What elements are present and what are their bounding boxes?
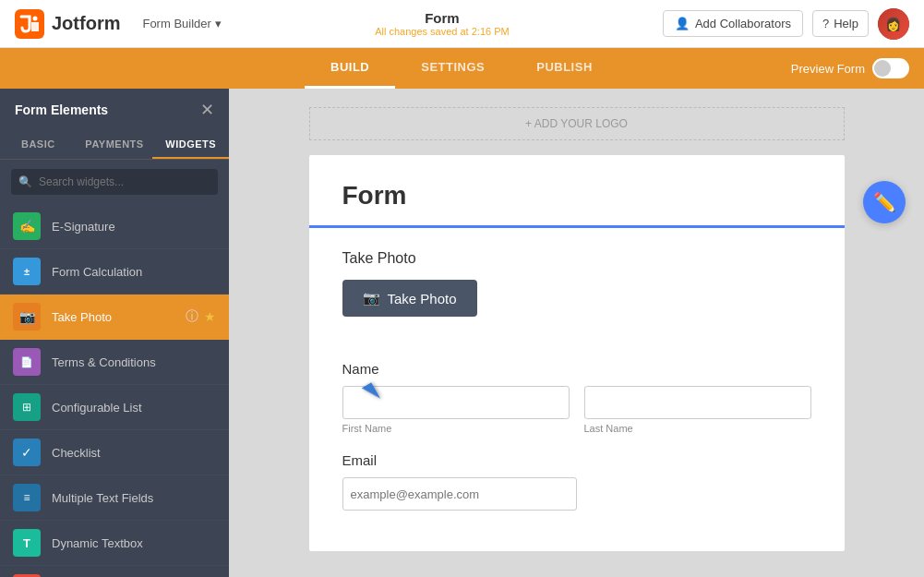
photo-actions: ⓘ ★ bbox=[186, 308, 216, 325]
widget-label-terms: Terms & Conditions bbox=[52, 355, 156, 369]
take-photo-button[interactable]: 📷 Take Photo bbox=[342, 280, 477, 317]
widget-list: ✍️ E-Signature ± Form Calculation 📷 Take… bbox=[0, 204, 229, 577]
nav-bar: BUILD SETTINGS PUBLISH Preview Form bbox=[0, 48, 924, 89]
widget-label-check: Checklist bbox=[52, 446, 101, 460]
search-box: 🔍 bbox=[0, 160, 229, 204]
form-builder-button[interactable]: Form Builder ▾ bbox=[142, 17, 221, 30]
form-body: Name First Name Last Name Emai bbox=[309, 339, 845, 551]
take-photo-section: Take Photo 📷 Take Photo bbox=[309, 225, 845, 339]
widget-item-terms[interactable]: 📄 Terms & Conditions bbox=[0, 340, 229, 385]
tab-payments[interactable]: PAYMENTS bbox=[77, 131, 153, 159]
sidebar-close-button[interactable]: ✕ bbox=[200, 100, 214, 120]
email-field-section: Email bbox=[342, 452, 811, 511]
last-name-label: Last Name bbox=[584, 423, 811, 434]
tab-settings[interactable]: SETTINGS bbox=[395, 48, 510, 89]
form-card: Form Take Photo 📷 Take Photo Name bbox=[309, 155, 845, 551]
widget-item-esig[interactable]: ✍️ E-Signature bbox=[0, 204, 229, 249]
preview-label: Preview Form bbox=[791, 62, 865, 76]
widget-label-config: Configurable List bbox=[52, 401, 142, 415]
saved-status: All changes saved at 2:16 PM bbox=[375, 26, 510, 37]
widget-label-multi: Multiple Text Fields bbox=[52, 491, 153, 505]
tab-widgets[interactable]: WIDGETS bbox=[152, 131, 229, 159]
first-name-input[interactable] bbox=[342, 386, 570, 419]
top-header: Jotform Form Builder ▾ Form All changes … bbox=[0, 0, 924, 48]
widget-item-dynamic[interactable]: T Dynamic Textbox bbox=[0, 521, 229, 566]
widget-item-calc[interactable]: ± Form Calculation bbox=[0, 249, 229, 295]
terms-icon: 📄 bbox=[13, 348, 41, 376]
form-card-header: Form bbox=[309, 155, 845, 225]
esig-icon: ✍️ bbox=[13, 212, 41, 240]
add-logo-bar[interactable]: + ADD YOUR LOGO bbox=[309, 107, 845, 140]
logo-text: Jotform bbox=[52, 13, 120, 34]
star-icon[interactable]: ★ bbox=[204, 309, 216, 324]
header-center: Form All changes saved at 2:16 PM bbox=[375, 10, 510, 37]
first-name-group: First Name bbox=[342, 386, 570, 434]
last-name-input[interactable] bbox=[584, 386, 811, 419]
preview-toggle[interactable] bbox=[872, 58, 909, 78]
help-button[interactable]: ? Help bbox=[812, 10, 869, 37]
form-title: Form bbox=[375, 10, 510, 26]
avatar[interactable]: 👩 bbox=[878, 8, 909, 40]
widget-item-photo[interactable]: 📷 Take Photo ⓘ ★ bbox=[0, 295, 229, 340]
check-icon: ✓ bbox=[13, 439, 41, 466]
widget-label-dynamic: Dynamic Textbox bbox=[52, 536, 143, 550]
sidebar-header: Form Elements ✕ bbox=[0, 89, 229, 131]
avatar-image: 👩 bbox=[878, 8, 909, 40]
question-icon: ? bbox=[822, 17, 829, 30]
svg-point-1 bbox=[33, 16, 38, 20]
add-collaborators-button[interactable]: 👤 Add Collaborators bbox=[663, 10, 803, 37]
jotform-logo-icon bbox=[15, 9, 44, 39]
form-card-title: Form bbox=[342, 181, 811, 210]
nav-tabs: BUILD SETTINGS PUBLISH bbox=[305, 48, 618, 89]
camera-icon: 📷 bbox=[363, 290, 380, 307]
calc-icon: ± bbox=[13, 258, 41, 285]
widget-item-multi[interactable]: ≡ Multiple Text Fields bbox=[0, 475, 229, 521]
tab-build[interactable]: BUILD bbox=[305, 48, 395, 89]
logo-area: Jotform Form Builder ▾ bbox=[15, 9, 222, 39]
email-label: Email bbox=[342, 452, 811, 468]
multi-icon: ≡ bbox=[13, 484, 41, 511]
info-icon[interactable]: ⓘ bbox=[186, 308, 198, 325]
header-right: 👤 Add Collaborators ? Help 👩 bbox=[663, 8, 909, 40]
name-field-row: First Name Last Name bbox=[342, 386, 811, 434]
preview-area: Preview Form bbox=[791, 58, 924, 78]
take-photo-label: Take Photo bbox=[342, 250, 811, 267]
email-input[interactable] bbox=[342, 477, 577, 511]
sidebar-tabs: BASIC PAYMENTS WIDGETS bbox=[0, 131, 229, 160]
widget-label-photo: Take Photo bbox=[52, 310, 112, 324]
search-wrap: 🔍 bbox=[11, 169, 218, 195]
search-icon: 🔍 bbox=[18, 175, 32, 188]
widget-item-slider[interactable]: 🖼 Image Slider bbox=[0, 566, 229, 577]
dynamic-icon: T bbox=[13, 529, 41, 557]
tab-publish[interactable]: PUBLISH bbox=[510, 48, 618, 89]
sidebar: Form Elements ✕ BASIC PAYMENTS WIDGETS 🔍… bbox=[0, 89, 229, 577]
name-label: Name bbox=[342, 361, 811, 377]
sidebar-title: Form Elements bbox=[15, 102, 108, 117]
person-icon: 👤 bbox=[675, 17, 690, 30]
widget-label-esig: E-Signature bbox=[52, 220, 115, 234]
canvas-area: + ADD YOUR LOGO ✏️ Form Take Photo 📷 Tak… bbox=[229, 89, 924, 577]
photo-icon: 📷 bbox=[13, 303, 41, 331]
config-icon: ⊞ bbox=[13, 393, 41, 421]
widget-item-check[interactable]: ✓ Checklist bbox=[0, 430, 229, 475]
fab-edit-button[interactable]: ✏️ bbox=[863, 181, 906, 223]
widget-item-config[interactable]: ⊞ Configurable List bbox=[0, 385, 229, 430]
search-input[interactable] bbox=[11, 169, 218, 195]
first-name-label: First Name bbox=[342, 423, 570, 434]
last-name-group: Last Name bbox=[584, 386, 811, 434]
widget-label-calc: Form Calculation bbox=[52, 265, 142, 279]
tab-basic[interactable]: BASIC bbox=[0, 131, 77, 159]
main-area: Form Elements ✕ BASIC PAYMENTS WIDGETS 🔍… bbox=[0, 89, 924, 577]
name-field-section: Name First Name Last Name bbox=[342, 361, 811, 434]
